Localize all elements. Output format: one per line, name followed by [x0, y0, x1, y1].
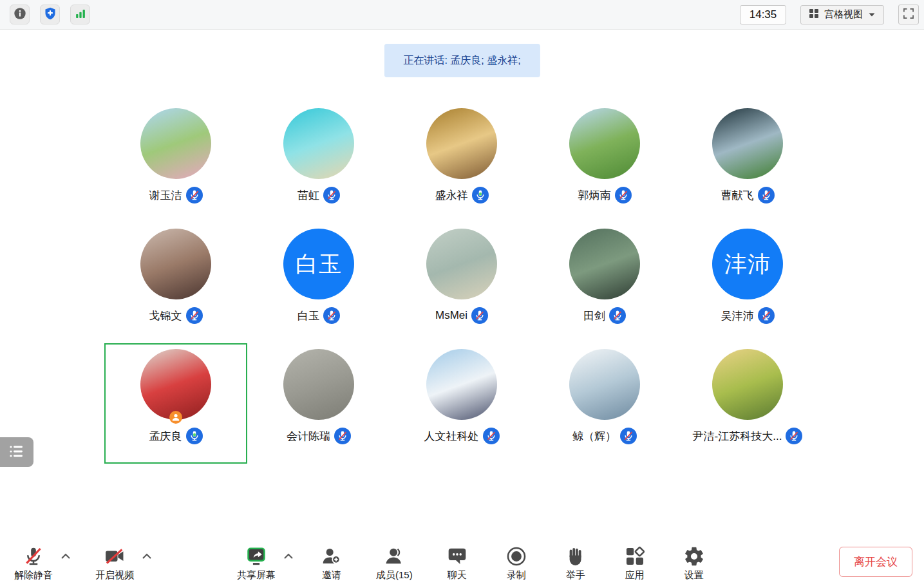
- participant-tile[interactable]: 田剑: [533, 223, 676, 343]
- leave-meeting-button[interactable]: 离开会议: [839, 547, 912, 577]
- view-mode-selector[interactable]: 宫格视图: [800, 5, 884, 24]
- participant-name: 鲸（辉）: [572, 429, 616, 444]
- toolbar-group-apps: 应用: [615, 542, 655, 581]
- participant-name: 尹洁-江苏科技大...: [693, 429, 782, 444]
- participant-name: MsMei: [435, 309, 467, 322]
- participant-tile[interactable]: 盛永祥: [390, 102, 533, 223]
- toolbar-settings-button[interactable]: 设置: [674, 542, 714, 581]
- participant-tile[interactable]: 沣沛 吴沣沛: [676, 223, 819, 343]
- chevron-up-icon[interactable]: [59, 552, 72, 561]
- caret-down-icon: [868, 10, 876, 19]
- anime-boy-cartoon: [426, 349, 497, 420]
- mic-muted-icon[interactable]: [186, 187, 203, 203]
- participant-tile[interactable]: 会计陈瑞: [247, 343, 390, 464]
- toolbar-group-settings: 设置: [674, 542, 714, 581]
- participant-tile[interactable]: 白玉 白玉: [247, 223, 390, 343]
- participant-tile[interactable]: 郭炳南: [533, 102, 676, 223]
- participant-tile[interactable]: 人文社科处: [390, 343, 533, 464]
- toolbar-share-screen-button[interactable]: 共享屏幕: [232, 542, 281, 581]
- mic-muted-icon[interactable]: [186, 307, 203, 324]
- participant-name: 郭炳南: [578, 188, 611, 203]
- participant-name-row: 郭炳南: [578, 187, 632, 203]
- participant-name: 人文社科处: [424, 429, 479, 444]
- participant-tile[interactable]: 尹洁-江苏科技大...: [676, 343, 819, 464]
- participant-name: 吴沣沛: [721, 308, 754, 323]
- participant-tile[interactable]: MsMei: [390, 223, 533, 343]
- participant-name-row: 戈锦文: [149, 307, 203, 324]
- mic-muted-icon[interactable]: [615, 187, 632, 203]
- record-icon: [505, 545, 527, 568]
- host-badge-icon: [169, 411, 182, 424]
- participant-tile[interactable]: 苗虹: [247, 102, 390, 223]
- chevron-up-icon[interactable]: [140, 552, 153, 561]
- mic-muted-icon[interactable]: [620, 428, 637, 444]
- chevron-up-icon[interactable]: [282, 552, 295, 561]
- toolbar-start-video-button[interactable]: 开启视频: [90, 542, 139, 581]
- participant-tile[interactable]: 谢玉洁: [104, 102, 247, 223]
- security-shield-button[interactable]: [40, 5, 60, 24]
- participant-tile[interactable]: 曹献飞: [676, 102, 819, 223]
- mic-muted-icon[interactable]: [758, 307, 775, 324]
- network-signal-button[interactable]: [70, 5, 90, 24]
- participant-name: 白玉: [297, 308, 319, 323]
- toolbar-group-members: 成员(15): [371, 542, 418, 581]
- chat-bubble-icon: [446, 545, 468, 568]
- participant-tile[interactable]: 孟庆良: [104, 343, 247, 464]
- toolbar-raise-hand-button[interactable]: 举手: [556, 542, 596, 581]
- mic-muted-icon[interactable]: [483, 428, 500, 444]
- ink-painting-landscape: [569, 349, 640, 420]
- toolbar-apps-button[interactable]: 应用: [615, 542, 655, 581]
- fullscreen-button[interactable]: [898, 5, 919, 24]
- mic-on-icon[interactable]: [186, 428, 203, 444]
- participant-tile[interactable]: 戈锦文: [104, 223, 247, 343]
- participant-name-row: MsMei: [435, 307, 488, 324]
- beach-sea-photo: [283, 108, 354, 179]
- participant-tile[interactable]: 鲸（辉）: [533, 343, 676, 464]
- participant-name: 盛永祥: [435, 188, 468, 203]
- participant-name-row: 会计陈瑞: [287, 428, 351, 444]
- meeting-info-button[interactable]: [10, 5, 30, 24]
- bottom-toolbar: 解除静音 开启视频 共享屏幕 邀请 成员(15) 聊天: [0, 537, 924, 586]
- hand-icon: [565, 545, 587, 568]
- toolbar-group-raise-hand: 举手: [556, 542, 596, 581]
- toolbar-chat-button[interactable]: 聊天: [437, 542, 477, 581]
- mic-muted-icon[interactable]: [786, 428, 802, 444]
- toolbar-members-button[interactable]: 成员(15): [371, 542, 418, 581]
- toolbar-unmute-button[interactable]: 解除静音: [9, 542, 58, 581]
- clock: 14:35: [740, 5, 786, 24]
- cat-on-pavement-photo: [283, 349, 354, 420]
- participant-name-row: 苗虹: [297, 187, 340, 203]
- toolbar-invite-button[interactable]: 邀请: [312, 542, 352, 581]
- mic-on-icon[interactable]: [472, 187, 489, 203]
- toolbar-group-chat: 聊天: [437, 542, 477, 581]
- camera-muted-icon: [104, 545, 126, 568]
- participant-name-row: 谢玉洁: [149, 187, 203, 203]
- participant-name: 曹献飞: [721, 188, 754, 203]
- participant-name: 田剑: [583, 308, 605, 323]
- view-mode-label: 宫格视图: [824, 8, 863, 21]
- person-icon: [383, 545, 405, 568]
- speaking-banner: 正在讲话: 孟庆良; 盛永祥;: [384, 44, 540, 77]
- mic-muted-icon[interactable]: [334, 428, 351, 444]
- mic-muted-icon[interactable]: [758, 187, 775, 203]
- mic-muted-icon[interactable]: [323, 307, 340, 324]
- text-avatar: 白玉: [283, 229, 354, 299]
- member-list-toggle[interactable]: [0, 437, 33, 467]
- mic-muted-icon[interactable]: [471, 307, 488, 324]
- person-add-icon: [321, 545, 343, 568]
- mic-muted-icon[interactable]: [323, 187, 340, 203]
- participant-name-row: 孟庆良: [149, 428, 203, 444]
- toolbar-group-invite: 邀请: [312, 542, 352, 581]
- toolbar-record-button[interactable]: 录制: [496, 542, 536, 581]
- woman-portrait-photo: [140, 229, 211, 299]
- participant-name: 孟庆良: [149, 429, 182, 444]
- participant-name-row: 吴沣沛: [721, 307, 775, 324]
- meeting-stage: 正在讲话: 孟庆良; 盛永祥; 谢玉洁 苗虹 盛永祥 郭炳南 曹献飞: [0, 30, 924, 537]
- participants-grid: 谢玉洁 苗虹 盛永祥 郭炳南 曹献飞 戈锦文 白玉: [104, 102, 819, 464]
- participant-name: 会计陈瑞: [287, 429, 330, 444]
- participant-name: 谢玉洁: [149, 188, 182, 203]
- toolbar-group-unmute: 解除静音: [9, 542, 75, 581]
- participant-name-row: 田剑: [583, 307, 626, 324]
- toolbar-group-share-screen: 共享屏幕: [232, 542, 297, 581]
- mic-muted-icon[interactable]: [609, 307, 626, 324]
